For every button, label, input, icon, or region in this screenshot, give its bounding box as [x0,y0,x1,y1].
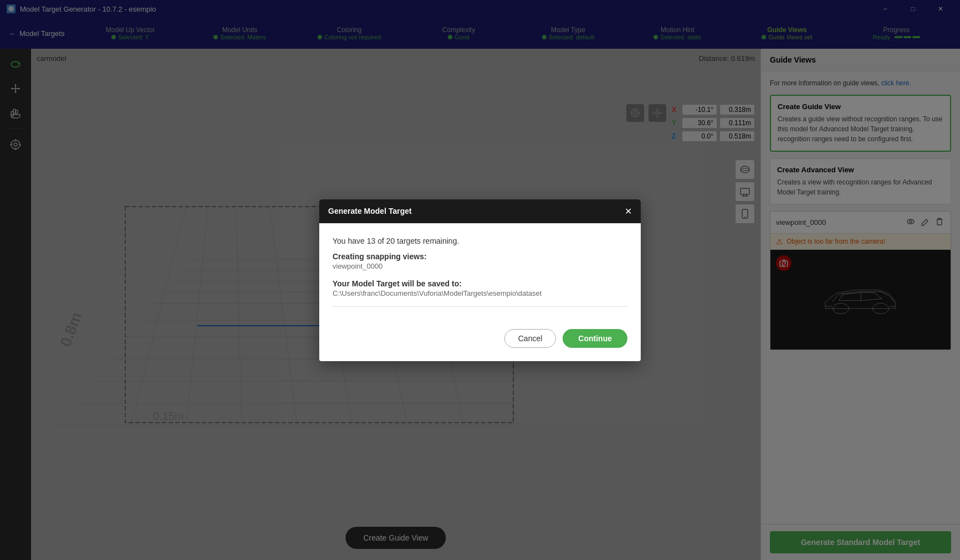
continue-button[interactable]: Continue [563,329,627,348]
modal-header: Generate Model Target ✕ [319,199,641,223]
targets-remaining-text: You have 13 of 20 targets remaining. [333,237,627,245]
save-path-value: C:\Users\franc\Documents\Vuforia\ModelTa… [333,289,627,297]
modal-overlay[interactable]: Generate Model Target ✕ You have 13 of 2… [0,0,960,560]
modal-close-button[interactable]: ✕ [625,206,632,217]
modal-body: You have 13 of 20 targets remaining. Cre… [319,223,641,329]
cancel-button[interactable]: Cancel [504,329,556,348]
generate-model-target-modal: Generate Model Target ✕ You have 13 of 2… [319,199,641,361]
snapping-views-value: viewpoint_0000 [333,262,627,270]
modal-title: Generate Model Target [328,207,412,215]
snapping-views-label: Creating snapping views: [333,252,627,261]
modal-actions: Cancel Continue [319,329,641,361]
modal-divider [333,306,627,307]
save-path-label: Your Model Target will be saved to: [333,279,627,288]
